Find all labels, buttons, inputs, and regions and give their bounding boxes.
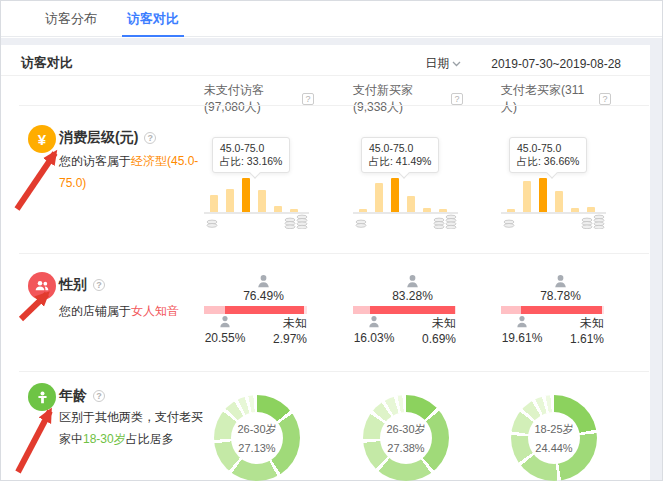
highlighted-bar	[539, 178, 547, 212]
bar-chart	[507, 178, 595, 212]
age-donut-unpaid[interactable]: 26-30岁 27.13%	[204, 372, 316, 481]
donut-center: 26-30岁 27.38%	[380, 412, 432, 464]
female-share: 83.28%	[361, 274, 464, 303]
male-icon	[515, 315, 529, 328]
male-icon	[218, 315, 232, 328]
gender-insight: 您的店铺属于女人知音	[59, 300, 201, 322]
person-icon	[35, 390, 50, 405]
chevron-down-icon	[452, 61, 461, 67]
high-spend-coins-icon	[580, 213, 606, 233]
female-icon	[405, 274, 420, 288]
date-filter-label: 日期	[425, 55, 449, 72]
row-consumption-level: ¥ 消费层级(元) ? 您的访客属于经济型(45.0-75.0) 45.0-75…	[1, 106, 652, 253]
bar	[375, 183, 383, 212]
tab-bar: 访客分布 访客对比	[1, 1, 662, 37]
consumption-chart-new-buyers[interactable]: 45.0-75.0 占比: 41.49%	[353, 106, 465, 253]
male-icon	[367, 315, 381, 328]
female-percent: 78.78%	[509, 289, 612, 303]
gender-icon	[28, 272, 56, 300]
bar-chart	[210, 178, 298, 212]
male-percent: 19.61%	[498, 331, 546, 345]
low-spend-coin-icon	[355, 216, 367, 234]
unknown-label: 未知	[408, 315, 456, 331]
header-divider	[1, 75, 652, 76]
gender-chart-unpaid[interactable]: 76.49% 20.55% 未知 2.97%	[204, 254, 316, 371]
donut-center: 18-25岁 24.44%	[528, 412, 580, 464]
bar	[523, 181, 531, 212]
consumption-insight: 您的访客属于经济型(45.0-75.0)	[59, 150, 201, 194]
highlighted-bar	[242, 178, 250, 212]
age-donut-old-buyers[interactable]: 18-25岁 24.44%	[501, 372, 613, 481]
visitor-compare-page: 访客分布 访客对比 访客对比 日期 2019-07-30~2019-08-28 …	[0, 0, 663, 481]
gender-bar	[204, 306, 307, 314]
age-bucket-percent: 27.38%	[387, 442, 424, 454]
gender-highlight: 女人知音	[131, 304, 179, 318]
row-gender: 性别 ? 您的店铺属于女人知音 76.49% 20.55% 未知	[1, 254, 652, 371]
high-spend-coins-icon	[283, 213, 309, 233]
yen-icon: ¥	[38, 131, 46, 148]
page-title: 访客对比	[21, 54, 73, 72]
visitor-compare-card: 访客对比 日期 2019-07-30~2019-08-28 未支付访客(97,0…	[1, 45, 652, 480]
help-icon[interactable]: ?	[144, 132, 156, 144]
row-age: 年龄 ? 区别于其他两类，支付老买家中18-30岁占比居多 26-30岁 27.…	[1, 372, 652, 481]
row-title: 消费层级(元)	[59, 129, 138, 147]
age-icon	[28, 383, 56, 411]
consumption-level-icon: ¥	[28, 125, 56, 153]
consumption-chart-unpaid[interactable]: 45.0-75.0 占比: 33.16%	[204, 106, 316, 253]
help-icon[interactable]: ?	[302, 93, 314, 105]
age-bucket-label: 26-30岁	[386, 422, 425, 437]
page-background-gutter	[650, 45, 662, 480]
low-spend-coin-icon	[206, 216, 218, 234]
female-share: 78.78%	[509, 274, 612, 303]
unknown-percent: 0.69%	[408, 331, 456, 347]
unknown-share: 未知 0.69%	[408, 315, 456, 347]
chart-tooltip: 45.0-75.0 占比: 33.16%	[212, 137, 290, 173]
age-insight: 区别于其他两类，支付老买家中18-30岁占比居多	[59, 406, 211, 450]
age-bucket-label: 26-30岁	[237, 422, 276, 437]
unknown-percent: 1.61%	[556, 331, 604, 347]
date-controls: 日期 2019-07-30~2019-08-28	[425, 55, 621, 72]
unknown-share: 未知 2.97%	[259, 315, 307, 347]
female-icon	[256, 274, 271, 288]
gender-chart-new-buyers[interactable]: 83.28% 16.03% 未知 0.69%	[353, 254, 465, 371]
tab-visitor-compare[interactable]: 访客对比	[127, 1, 179, 37]
age-donut-new-buyers[interactable]: 26-30岁 27.38%	[353, 372, 465, 481]
unknown-label: 未知	[556, 315, 604, 331]
page-background-gap	[1, 38, 662, 45]
bar	[407, 196, 415, 212]
chart-tooltip: 45.0-75.0 占比: 36.66%	[509, 137, 587, 173]
row-title: 年龄	[59, 387, 87, 405]
bar-chart	[359, 178, 447, 212]
bar	[555, 191, 563, 212]
donut-center: 26-30岁 27.13%	[231, 412, 283, 464]
high-spend-coins-icon	[432, 213, 458, 233]
age-bucket-label: 18-25岁	[534, 422, 573, 437]
highlighted-bar	[391, 178, 399, 212]
help-icon[interactable]: ?	[599, 93, 611, 105]
date-range-value[interactable]: 2019-07-30~2019-08-28	[491, 57, 621, 71]
gender-chart-old-buyers[interactable]: 78.78% 19.61% 未知 1.61%	[501, 254, 613, 371]
help-icon[interactable]: ?	[93, 279, 105, 291]
consumption-chart-old-buyers[interactable]: 45.0-75.0 占比: 36.66%	[501, 106, 613, 253]
female-percent: 76.49%	[212, 289, 315, 303]
age-highlight: 18-30岁	[83, 432, 126, 446]
male-share: 19.61%	[498, 315, 546, 345]
female-share: 76.49%	[212, 274, 315, 303]
bar	[210, 195, 218, 212]
help-icon[interactable]: ?	[451, 93, 463, 105]
help-icon[interactable]: ?	[93, 390, 105, 402]
unknown-percent: 2.97%	[259, 331, 307, 347]
unknown-share: 未知 1.61%	[556, 315, 604, 347]
male-share: 20.55%	[201, 315, 249, 345]
bar	[226, 189, 234, 212]
date-filter-dropdown[interactable]: 日期	[425, 55, 461, 72]
low-spend-coin-icon	[503, 216, 515, 234]
tab-visitor-distribution[interactable]: 访客分布	[45, 1, 97, 37]
female-percent: 83.28%	[361, 289, 464, 303]
male-percent: 20.55%	[201, 331, 249, 345]
male-percent: 16.03%	[350, 331, 398, 345]
gender-bar	[353, 306, 456, 314]
unknown-label: 未知	[259, 315, 307, 331]
people-icon	[34, 278, 50, 294]
age-bucket-percent: 24.44%	[535, 442, 572, 454]
